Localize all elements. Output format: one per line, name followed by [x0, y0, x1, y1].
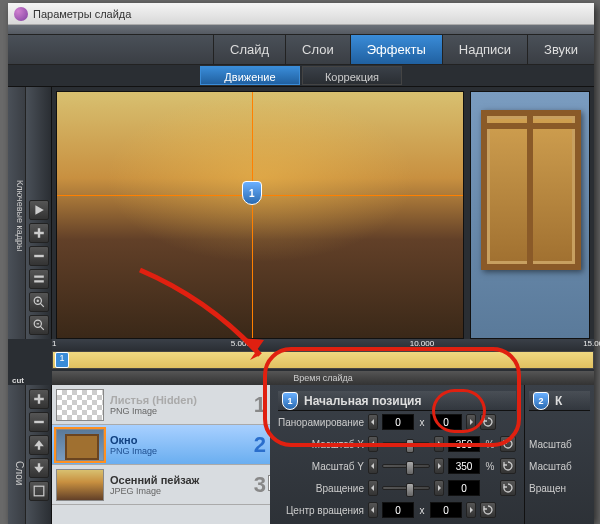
- unit-label: %: [484, 439, 496, 450]
- pan-x-input[interactable]: 0: [382, 414, 414, 430]
- rotate-input[interactable]: 0: [448, 480, 480, 496]
- layer-thumbnail: [56, 429, 104, 461]
- layer-row[interactable]: Осенний пейзаж JPEG Image 3 ✓: [52, 465, 270, 505]
- decrement-button[interactable]: [368, 458, 378, 474]
- param-label: Масштаб: [529, 461, 589, 472]
- decrement-button[interactable]: [368, 414, 378, 430]
- ruler-mark: 5.000: [231, 339, 251, 348]
- panel-badge: 1: [282, 392, 298, 410]
- reset-button[interactable]: [500, 458, 516, 474]
- unit-label: %: [484, 461, 496, 472]
- tab-slide[interactable]: Слайд: [213, 35, 285, 64]
- increment-button[interactable]: [466, 502, 476, 518]
- rotate-slider[interactable]: [382, 486, 430, 490]
- scalex-slider[interactable]: [382, 442, 430, 446]
- reset-button[interactable]: [480, 502, 496, 518]
- param-label: Масштаб Y: [278, 461, 364, 472]
- layer-title: Листья (Hidden): [110, 394, 250, 406]
- preview-area: 1: [52, 87, 594, 339]
- ruler-mark: 10.000: [410, 339, 434, 348]
- layer-number: 2: [254, 432, 266, 458]
- add-layer-button[interactable]: [29, 389, 49, 409]
- params-panel-2: 2 К Масштаб Масштаб Вращен Смягчен: [524, 385, 594, 524]
- subtab-correction[interactable]: Коррекция: [302, 66, 402, 85]
- timeline: 1 5.000 10.000 15.000 1: [8, 339, 594, 371]
- increment-button[interactable]: [466, 414, 476, 430]
- tab-effects[interactable]: Эффекты: [350, 35, 442, 64]
- play-button[interactable]: [29, 200, 49, 220]
- main-tabs: Слайд Слои Эффекты Надписи Звуки: [8, 35, 594, 65]
- param-label: Центр вращения: [278, 505, 364, 516]
- increment-button[interactable]: [434, 480, 444, 496]
- param-row-center: Центр вращения 0 x 0: [278, 499, 516, 521]
- layers-toolbar: [26, 385, 52, 524]
- panel-title: К: [555, 394, 562, 408]
- preview-output: [470, 91, 590, 339]
- tab-captions[interactable]: Надписи: [442, 35, 527, 64]
- timeline-keyframe-marker[interactable]: 1: [55, 352, 69, 368]
- app-icon: [14, 7, 28, 21]
- layer-subtitle: JPEG Image: [110, 486, 250, 496]
- window-title: Параметры слайда: [33, 8, 131, 20]
- scalex-input[interactable]: 350: [448, 436, 480, 452]
- zoom-out-button[interactable]: [29, 315, 49, 335]
- layer-row[interactable]: Листья (Hidden) PNG Image 1: [52, 385, 270, 425]
- keypoint-marker[interactable]: 1: [242, 181, 262, 205]
- layer-title: Окно: [110, 434, 250, 446]
- ruler-mark: 15.000: [583, 339, 600, 348]
- param-row-scaley: Масштаб Y 350 %: [278, 455, 516, 477]
- decrement-button[interactable]: [368, 502, 378, 518]
- decrement-button[interactable]: [368, 480, 378, 496]
- keyframes-toolbar: [26, 87, 52, 339]
- preview-main[interactable]: 1: [56, 91, 464, 339]
- layer-thumbnail: [56, 469, 104, 501]
- toggle-visibility-button[interactable]: [29, 269, 49, 289]
- timeline-ruler[interactable]: 1 5.000 10.000 15.000: [52, 339, 594, 351]
- remove-layer-button[interactable]: [29, 412, 49, 432]
- titlebar: Параметры слайда: [8, 3, 594, 25]
- app-window: Параметры слайда Слайд Слои Эффекты Надп…: [8, 3, 594, 522]
- tab-sounds[interactable]: Звуки: [527, 35, 594, 64]
- layer-number: 3: [254, 472, 266, 498]
- center-y-input[interactable]: 0: [430, 502, 462, 518]
- svg-rect-2: [34, 486, 44, 496]
- pan-y-input[interactable]: 0: [430, 414, 462, 430]
- layer-options-button[interactable]: [29, 481, 49, 501]
- timeline-track[interactable]: 1: [52, 351, 594, 369]
- scaley-input[interactable]: 350: [448, 458, 480, 474]
- zoom-in-button[interactable]: [29, 292, 49, 312]
- keypoint-badge: 1: [242, 181, 262, 205]
- delete-keyframe-button[interactable]: [29, 246, 49, 266]
- move-layer-down-button[interactable]: [29, 458, 49, 478]
- window-chrome-top: [8, 25, 594, 35]
- param-label: Вращен: [529, 483, 589, 494]
- add-keyframe-button[interactable]: [29, 223, 49, 243]
- sep-x: x: [418, 505, 426, 516]
- param-label: Вращение: [278, 483, 364, 494]
- sep-x: x: [418, 417, 426, 428]
- window-layer-visual: [481, 110, 581, 270]
- crosshair-vertical: [252, 92, 253, 338]
- layer-title: Осенний пейзаж: [110, 474, 250, 486]
- reset-button[interactable]: [500, 480, 516, 496]
- reset-button[interactable]: [500, 436, 516, 452]
- layers-sidebar-label[interactable]: Слои: [8, 385, 26, 524]
- reset-button[interactable]: [480, 414, 496, 430]
- bottom-area: Слои Листья (Hidden) PNG Image 1 Окно: [8, 385, 594, 524]
- center-x-input[interactable]: 0: [382, 502, 414, 518]
- panel-badge: 2: [533, 392, 549, 410]
- param-label: Панорамирование: [278, 417, 364, 428]
- params-panel-1: 1 Начальная позиция Панорамирование 0 x …: [270, 385, 524, 524]
- panel-title: Начальная позиция: [304, 394, 421, 408]
- move-layer-up-button[interactable]: [29, 435, 49, 455]
- layer-row[interactable]: Окно PNG Image 2: [52, 425, 270, 465]
- decrement-button[interactable]: [368, 436, 378, 452]
- subtab-motion[interactable]: Движение: [200, 66, 300, 85]
- scaley-slider[interactable]: [382, 464, 430, 468]
- timeline-caption: Время слайда: [52, 371, 594, 385]
- tab-layers[interactable]: Слои: [285, 35, 350, 64]
- increment-button[interactable]: [434, 458, 444, 474]
- cut-label: cut: [12, 376, 24, 385]
- keyframes-sidebar-label[interactable]: Ключевые кадры: [8, 87, 26, 339]
- increment-button[interactable]: [434, 436, 444, 452]
